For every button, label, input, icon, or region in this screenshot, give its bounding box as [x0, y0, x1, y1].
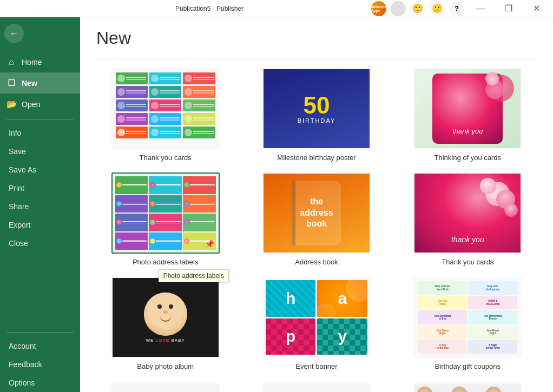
template-item-photo-labels[interactable]: 📌 Photo address labels Photo address lab…: [96, 172, 234, 266]
minimize-button[interactable]: —: [469, 0, 492, 17]
titlebar-right: Malavida Apps 🙂 🙁 ? — ❐ ✕: [371, 0, 549, 17]
template-item-coupons[interactable]: Help with theYard Work Help withthe Laun…: [399, 277, 537, 370]
template-item-baby[interactable]: WE LOVE BABY Baby photo album: [96, 277, 234, 370]
template-item-event[interactable]: h a p: [247, 277, 385, 370]
sidebar-item-share[interactable]: Share: [0, 197, 80, 216]
sidebar-item-options[interactable]: Options: [0, 374, 80, 392]
template-item-row4-1[interactable]: [96, 383, 234, 392]
templates-grid-row4: [96, 383, 537, 392]
template-item-thank-you-top[interactable]: Thank you cards: [96, 68, 234, 162]
sidebar-item-feedback[interactable]: Feedback: [0, 355, 80, 374]
template-name-thank-you-top: Thank you cards: [140, 154, 192, 162]
template-name-coupons: Birthday gift coupons: [435, 362, 501, 370]
template-name-thank-you-floral: Thank you cards: [442, 258, 493, 266]
sidebar-item-home[interactable]: ⌂ Home: [0, 52, 80, 72]
baby-visual: WE LOVE BABY: [113, 278, 219, 357]
new-icon: ☐: [6, 78, 16, 88]
template-thumb-row4-1: [111, 383, 220, 392]
template-thumb-event: h a p: [262, 277, 371, 358]
close-button[interactable]: ✕: [525, 0, 549, 17]
sidebar-item-new-label: New: [22, 79, 37, 88]
pin-icon[interactable]: 📌: [205, 240, 214, 248]
thumb-content: [113, 69, 219, 148]
template-name-photo-labels: Photo address labels: [133, 258, 198, 266]
sidebar-item-export[interactable]: Export: [0, 216, 80, 234]
templates-grid: Thank you cards 50 BIRTHDAY Milestone bi…: [96, 68, 537, 370]
template-thumb-thank-you-top: [111, 68, 220, 149]
sidebar-item-save[interactable]: Save: [0, 142, 80, 161]
template-thumb-baby: WE LOVE BABY: [111, 277, 220, 358]
sidebar-divider-2: [6, 332, 74, 333]
tooltip-photo-labels: Photo address labels: [159, 269, 229, 282]
template-item-address-book[interactable]: theaddressbook Address book: [247, 172, 385, 266]
sidebar-item-save-as[interactable]: Save As: [0, 161, 80, 179]
page-title: New: [96, 28, 537, 48]
app-title: Publication5 - Publisher: [175, 5, 243, 12]
template-thumb-row4-2: [262, 383, 371, 392]
template-name-baby: Baby photo album: [137, 362, 194, 370]
main-scroll-area[interactable]: New: [80, 17, 553, 392]
template-thumb-milestone: 50 BIRTHDAY: [262, 68, 371, 149]
main-content: New: [80, 17, 553, 392]
sidebar-item-print[interactable]: Print: [0, 179, 80, 197]
home-icon: ⌂: [6, 57, 16, 67]
template-name-address-book: Address book: [295, 258, 338, 266]
sidebar-item-home-label: Home: [22, 58, 42, 67]
template-thumb-coupons: Help with theYard Work Help withthe Laun…: [413, 277, 522, 358]
template-thumb-address-book: theaddressbook: [262, 172, 371, 254]
sidebar-item-new[interactable]: ☐ New: [0, 72, 80, 94]
template-thumb-thank-you-floral: thank you: [413, 172, 522, 254]
template-item-row4-3[interactable]: [399, 383, 537, 392]
open-icon: 📂: [6, 99, 16, 109]
titlebar: Publication5 - Publisher Malavida Apps 🙂…: [0, 0, 553, 17]
template-name-event: Event banner: [295, 362, 337, 370]
titlebar-title-area: Publication5 - Publisher: [175, 5, 243, 12]
template-item-thinking[interactable]: thank you Thinking of you cards: [399, 68, 537, 162]
back-button[interactable]: ←: [4, 24, 24, 43]
sidebar: ← ⌂ Home ☐ New 📂 Open Info Save Save As …: [0, 17, 80, 392]
template-name-milestone: Milestone birthday poster: [277, 154, 356, 162]
template-name-thinking: Thinking of you cards: [435, 154, 502, 162]
sidebar-bottom: Account Feedback Options: [0, 328, 80, 392]
help-button[interactable]: ?: [449, 1, 464, 16]
sidebar-item-open[interactable]: 📂 Open: [0, 94, 80, 115]
maximize-button[interactable]: ❐: [497, 0, 521, 17]
sidebar-top: ←: [0, 17, 80, 52]
template-thumb-photo-labels: 📌: [111, 172, 220, 254]
malavida-apps-icon[interactable]: Malavida Apps: [371, 1, 386, 16]
template-item-milestone[interactable]: 50 BIRTHDAY Milestone birthday poster: [247, 68, 385, 162]
app-body: ← ⌂ Home ☐ New 📂 Open Info Save Save As …: [0, 17, 553, 392]
template-thumb-thinking: thank you: [413, 68, 522, 149]
section-divider: [96, 59, 537, 59]
address-book-visual: theaddressbook: [264, 174, 370, 253]
emoji-smile-icon[interactable]: 🙂: [410, 1, 425, 16]
milestone-visual: 50 BIRTHDAY: [264, 69, 370, 148]
template-thumb-row4-3: [413, 383, 522, 392]
avatar-icon[interactable]: [391, 1, 406, 16]
emoji-sad-icon[interactable]: 🙁: [430, 1, 445, 16]
sidebar-item-close[interactable]: Close: [0, 234, 80, 253]
sidebar-item-info[interactable]: Info: [0, 124, 80, 142]
sidebar-item-account[interactable]: Account: [0, 337, 80, 355]
sidebar-item-open-label: Open: [22, 100, 40, 109]
template-item-row4-2[interactable]: [247, 383, 385, 392]
sidebar-divider-1: [6, 119, 74, 119]
template-item-thank-you-floral[interactable]: thank you Thank you cards: [399, 172, 537, 266]
